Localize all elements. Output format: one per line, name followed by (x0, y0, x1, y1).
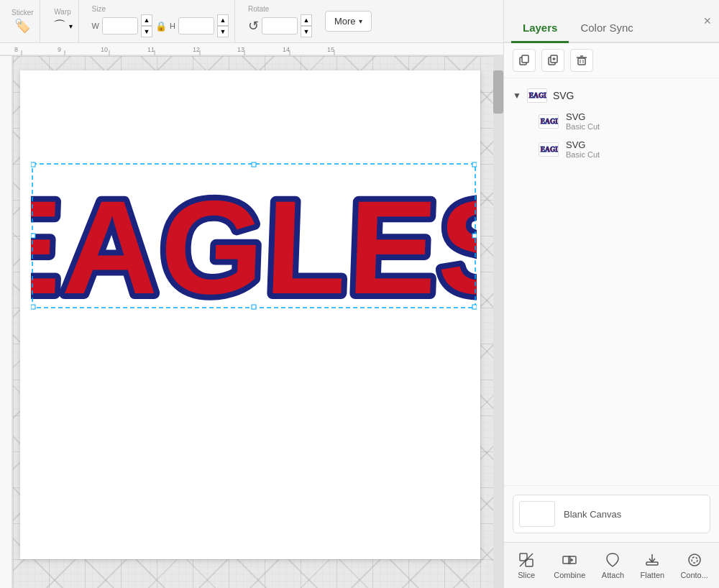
panel-toolbar (504, 43, 719, 78)
layer-item-1-name: SVG (566, 111, 600, 122)
layer-group-thumbnail: EAGLES (527, 88, 547, 103)
svg-rect-24 (252, 162, 256, 167)
blank-canvas-area: Blank Canvas (504, 485, 719, 542)
flatten-icon (644, 551, 661, 569)
svg-text:EAGLES: EAGLES (541, 118, 558, 125)
panel-close-icon[interactable]: ✕ (703, 15, 712, 27)
svg-rect-18 (0, 56, 13, 588)
sticker-section: Sticker 🏷️ (6, 0, 40, 42)
attach-button[interactable]: Attach (595, 548, 630, 582)
layer-item-2-info: SVG Basic Cut (566, 139, 600, 159)
layer-item-2-sub: Basic Cut (566, 150, 600, 159)
svg-rect-29 (252, 305, 256, 309)
canvas-scrollbar[interactable] (493, 56, 503, 588)
ruler-left (0, 56, 13, 588)
slice-icon (518, 551, 535, 569)
combine-icon (561, 551, 578, 569)
panel-tabs: Layers Color Sync ✕ (504, 0, 719, 43)
contour-button[interactable]: Conto... (674, 548, 714, 582)
svg-text:EAGLES: EAGLES (31, 173, 477, 315)
flatten-button[interactable]: Flatten (635, 548, 671, 582)
combine-label: Combine (554, 571, 585, 579)
height-label: H (170, 22, 175, 30)
svg-text:EAGLES: EAGLES (529, 92, 546, 99)
svg-text:15: 15 (327, 46, 334, 53)
layer-chevron-icon: ▼ (513, 91, 521, 101)
sticker-label: Sticker (12, 9, 34, 17)
blank-canvas-thumbnail (519, 501, 555, 527)
canvas-area: .eagles-outline { fill: #1a237e; } .eagl… (13, 56, 503, 588)
svg-line-47 (520, 553, 533, 566)
delete-layer-button[interactable] (570, 49, 593, 72)
layer-item-2[interactable]: EAGLES SVG Basic Cut (504, 135, 719, 163)
eagles-artwork[interactable]: .eagles-outline { fill: #1a237e; } .eagl… (31, 157, 477, 318)
svg-rect-26 (31, 234, 35, 238)
contour-icon (686, 551, 703, 569)
layers-list: ▼ EAGLES SVG EAGLES SVG Basic Cut (504, 78, 719, 485)
sticker-icon: 🏷️ (14, 18, 30, 34)
svg-text:9: 9 (58, 46, 61, 53)
more-label: More (334, 16, 356, 27)
height-input[interactable] (178, 17, 214, 35)
svg-rect-25 (472, 162, 477, 167)
svg-rect-0 (0, 43, 503, 56)
size-section: Size W ▲ ▼ 🔒 H ▲ ▼ (86, 0, 235, 42)
height-down-btn[interactable]: ▼ (217, 26, 229, 37)
flatten-label: Flatten (641, 571, 665, 579)
white-canvas: .eagles-outline { fill: #1a237e; } .eagl… (20, 70, 480, 559)
blank-canvas-label: Blank Canvas (564, 509, 621, 520)
layer-group-name: SVG (553, 90, 574, 101)
svg-rect-23 (31, 162, 35, 167)
layer-group-header[interactable]: ▼ EAGLES SVG (504, 84, 719, 107)
svg-text:EAGLES: EAGLES (541, 146, 558, 153)
blank-canvas-item[interactable]: Blank Canvas (513, 495, 710, 533)
slice-button[interactable]: Slice (509, 548, 544, 582)
scrollbar-thumb[interactable] (493, 70, 503, 114)
layer-item-1-sub: Basic Cut (566, 122, 600, 131)
attach-label: Attach (602, 571, 624, 579)
warp-section: Warp ⌒ ▾ (47, 0, 79, 42)
svg-rect-28 (31, 305, 35, 309)
tab-color-sync[interactable]: Color Sync (569, 16, 644, 43)
width-label: W (92, 22, 99, 30)
lock-icon[interactable]: 🔒 (155, 21, 167, 32)
rotate-up-btn[interactable]: ▲ (301, 14, 312, 26)
add-layer-button[interactable] (541, 49, 564, 72)
width-up-btn[interactable]: ▲ (141, 14, 152, 26)
rotate-input[interactable] (262, 17, 298, 35)
height-up-btn[interactable]: ▲ (217, 14, 229, 26)
svg-rect-30 (472, 305, 477, 309)
more-button[interactable]: More ▾ (325, 11, 372, 32)
warp-icon: ⌒ (53, 17, 66, 35)
combine-button[interactable]: Combine (548, 548, 591, 582)
rotate-label: Rotate (248, 5, 312, 13)
rotate-icon[interactable]: ↺ (248, 18, 259, 34)
svg-text:8: 8 (14, 46, 18, 53)
svg-text:13: 13 (237, 46, 244, 53)
more-arrow-icon: ▾ (359, 17, 362, 25)
svg-text:14: 14 (283, 46, 290, 53)
layer-item-1[interactable]: EAGLES SVG Basic Cut (504, 107, 719, 135)
contour-label: Conto... (680, 571, 708, 579)
width-input[interactable] (102, 17, 138, 35)
layer-item-1-info: SVG Basic Cut (566, 111, 600, 131)
duplicate-layer-button[interactable] (513, 49, 536, 72)
svg-text:11: 11 (147, 46, 155, 53)
svg-rect-37 (578, 58, 585, 65)
rotate-down-btn[interactable]: ▼ (301, 26, 312, 37)
svg-rect-32 (522, 55, 528, 63)
right-panel: Layers Color Sync ✕ (503, 0, 719, 588)
svg-rect-27 (472, 234, 477, 238)
warp-label: Warp (54, 8, 71, 16)
width-down-btn[interactable]: ▼ (141, 26, 152, 37)
tab-layers[interactable]: Layers (511, 16, 569, 43)
layer-item-2-thumbnail: EAGLES (539, 142, 559, 157)
layer-item-2-name: SVG (566, 139, 600, 150)
svg-text:12: 12 (193, 46, 200, 53)
svg-point-55 (692, 557, 697, 563)
warp-dropdown-icon[interactable]: ▾ (69, 22, 73, 30)
bottom-actions: Slice Combine Attach (504, 542, 719, 588)
layer-item-1-thumbnail: EAGLES (539, 114, 559, 129)
rotate-section: Rotate ↺ ▲ ▼ (242, 0, 318, 42)
ruler-top: 8 9 10 11 12 13 14 15 (0, 43, 503, 56)
